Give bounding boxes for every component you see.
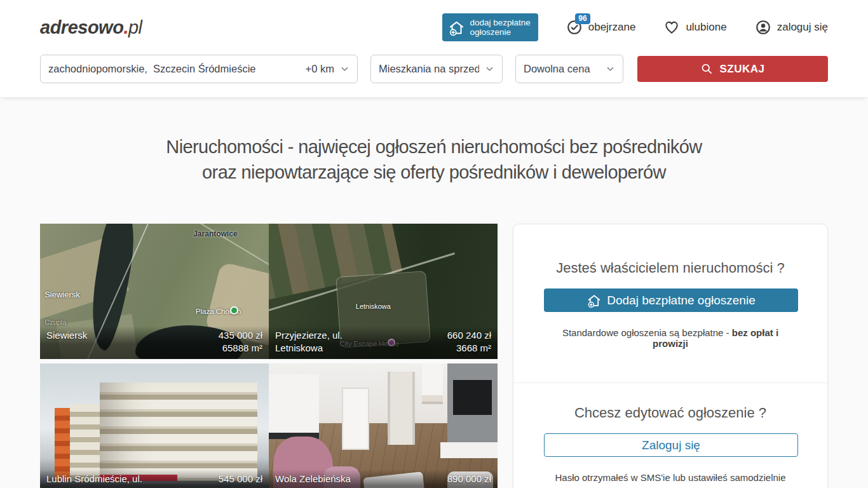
login-label: zaloguj się [777, 21, 828, 34]
location-input[interactable]: zachodniopomorskie, Szczecin Śródmieście… [40, 55, 358, 83]
add-listing-label: dodaj bezpłatne ogłoszenie [470, 18, 530, 37]
listing-overlay: Lublin Śródmieście, ul. 545 000 zł [40, 470, 269, 488]
add-free-listing-button[interactable]: Dodaj bezpłatne ogłoszenie [544, 288, 798, 312]
search-button-label: SZUKAJ [719, 63, 764, 76]
map-label: Jarantowice [193, 229, 237, 238]
listing-card[interactable]: Wola Zelebieńska 890 000 zł [269, 363, 498, 488]
favorites-label: ulubione [686, 21, 726, 34]
bookshelf [422, 363, 442, 404]
listing-card[interactable]: Letniskowa City Escape House Przyjezierz… [269, 224, 498, 359]
header: adresowo.pl dodaj bezpłatne ogłoszenie [0, 0, 868, 55]
edit-note: Hasło otrzymałeś w SMS'ie lub ustawiłeś … [544, 472, 797, 483]
listing-overlay: Wola Zelebieńska 890 000 zł [269, 470, 498, 488]
owner-section: Jesteś właścicielem nieruchomości ? Doda… [513, 224, 827, 349]
house-add-icon [448, 19, 465, 36]
listing-overlay: Przyjezierze, ul. Letniskowa 660 240 zł … [269, 326, 498, 359]
radius-select[interactable]: +0 km [306, 63, 349, 75]
heart-icon [663, 19, 680, 36]
listing-area: 65888 m² [219, 342, 262, 355]
house-add-icon [587, 293, 602, 308]
owner-note: Standardowe ogłoszenia są bezpłatne - be… [544, 327, 797, 349]
radius-value: +0 km [306, 63, 334, 75]
logo-dot: . [123, 17, 128, 37]
listing-card[interactable]: Jarantowice Siewiersk Plaża Choceń Czupl… [40, 224, 269, 359]
edit-section-title: Chcesz edytować ogłoszenie ? [544, 405, 797, 421]
listing-price: 660 240 zł [447, 329, 491, 342]
building-facade [100, 383, 257, 482]
search-icon [700, 62, 714, 76]
map-label: Siewiersk [44, 290, 80, 299]
listing-name: Wola Zelebieńska [275, 473, 351, 485]
map-label: Letniskowa [356, 302, 391, 310]
price-value: Dowolna cena [524, 63, 590, 75]
header-actions: dodaj bezpłatne ogłoszenie 96 obejrzane [442, 13, 828, 41]
kitchen [269, 374, 319, 439]
cabinet [342, 388, 369, 450]
add-free-listing-label: Dodaj bezpłatne ogłoszenie [607, 294, 755, 308]
tv [453, 380, 492, 415]
price-select[interactable]: Dowolna cena [515, 55, 623, 83]
logo-tld: pl [128, 17, 142, 37]
logo-name: adresowo [40, 17, 123, 37]
listing-card[interactable]: Lublin Śródmieście, ul. 545 000 zł [40, 363, 269, 488]
viewed-label: obejrzane [588, 21, 636, 34]
chevron-down-icon [485, 64, 494, 74]
listing-area: 3668 m² [447, 342, 491, 355]
hallway [388, 372, 415, 445]
sidebar-login-label: Zaloguj się [642, 438, 700, 452]
page-title: Nieruchomości - najwięcej ogłoszeń nieru… [0, 134, 868, 185]
add-listing-button[interactable]: dodaj bezpłatne ogłoszenie [442, 13, 538, 41]
user-icon [755, 19, 771, 36]
circle-check-icon: 96 [566, 19, 583, 36]
map-pin-icon [230, 306, 238, 315]
viewed-count-badge: 96 [575, 13, 590, 24]
favorites-link[interactable]: ulubione [663, 19, 726, 36]
category-select[interactable]: Mieszkania na sprzedaż [370, 55, 503, 83]
sidebar-panel: Jesteś właścicielem nieruchomości ? Doda… [513, 224, 828, 488]
logo[interactable]: adresowo.pl [40, 17, 142, 38]
login-link[interactable]: zaloguj się [755, 19, 828, 36]
viewed-link[interactable]: 96 obejrzane [566, 19, 636, 36]
sidebar-login-button[interactable]: Zaloguj się [544, 433, 798, 457]
listing-price: 890 000 zł [447, 473, 491, 485]
chevron-down-icon [606, 64, 615, 74]
category-value: Mieszkania na sprzedaż [379, 63, 479, 75]
location-value: zachodniopomorskie, Szczecin Śródmieście [48, 63, 255, 75]
listing-name: Siewiersk [46, 329, 87, 342]
search-button[interactable]: SZUKAJ [637, 56, 828, 82]
listings-grid: Jarantowice Siewiersk Plaża Choceń Czupl… [40, 224, 498, 488]
search-bar: zachodniopomorskie, Szczecin Śródmieście… [0, 55, 868, 98]
listing-price: 545 000 zł [219, 473, 262, 485]
tv-unit [440, 442, 498, 459]
listing-overlay: Siewiersk 435 000 zł 65888 m² [40, 326, 269, 359]
main-content: Nieruchomości - najwięcej ogłoszeń nieru… [0, 98, 868, 488]
owner-section-title: Jesteś właścicielem nieruchomości ? [544, 260, 797, 276]
listing-name: Przyjezierze, ul. Letniskowa [275, 329, 388, 355]
edit-section: Chcesz edytować ogłoszenie ? Zaloguj się… [513, 383, 827, 483]
chevron-down-icon [340, 64, 349, 74]
listing-price: 435 000 zł [219, 329, 262, 342]
page: adresowo.pl dodaj bezpłatne ogłoszenie [0, 0, 868, 488]
map-label: Czupla [44, 318, 66, 326]
listing-name: Lublin Śródmieście, ul. [46, 473, 142, 485]
